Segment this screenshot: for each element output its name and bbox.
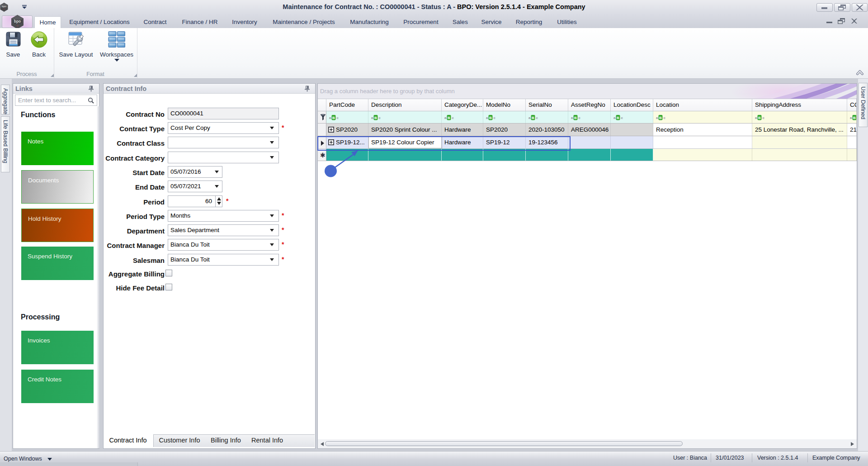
svg-text:B: B	[532, 116, 534, 120]
svg-text:a: a	[371, 116, 373, 120]
svg-text:B: B	[374, 116, 377, 120]
svg-text:B: B	[332, 116, 335, 120]
svg-text:c: c	[379, 116, 381, 120]
svg-text:○: ○	[16, 24, 19, 28]
svg-text:a: a	[850, 116, 852, 120]
svg-text:B: B	[659, 116, 662, 120]
svg-text:c: c	[452, 116, 454, 120]
svg-text:a: a	[656, 116, 658, 120]
svg-text:c: c	[494, 116, 496, 120]
svg-text:c: c	[763, 116, 765, 120]
svg-text:a: a	[486, 116, 488, 120]
svg-text:c: c	[621, 116, 623, 120]
svg-text:c: c	[337, 116, 339, 120]
svg-text:c: c	[536, 116, 538, 120]
svg-text:B: B	[448, 116, 450, 120]
svg-text:c: c	[664, 116, 666, 120]
svg-text:a: a	[444, 116, 447, 120]
svg-text:B: B	[758, 116, 761, 120]
svg-text:a: a	[755, 116, 757, 120]
svg-text:a: a	[329, 116, 331, 120]
svg-text:B: B	[574, 116, 577, 120]
svg-text:B: B	[489, 116, 492, 120]
svg-text:B: B	[617, 116, 619, 120]
svg-text:a: a	[571, 116, 573, 120]
svg-text:a: a	[528, 116, 531, 120]
svg-text:B: B	[853, 116, 856, 120]
svg-text:c: c	[579, 116, 581, 120]
svg-text:a: a	[613, 116, 616, 120]
